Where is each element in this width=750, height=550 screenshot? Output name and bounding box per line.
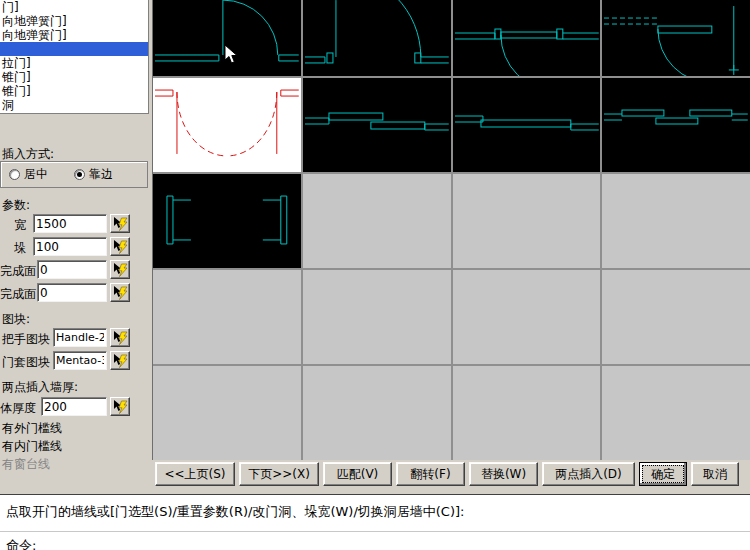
blocks-label: 图块: [2,311,30,328]
radio-icon[interactable] [9,169,20,180]
door-drawing-double-swing-selected [153,78,301,172]
door-drawing-wide-swing [303,0,451,76]
door-drawing-sliding-single-leaf [453,78,601,172]
preview-cell-r4c1-empty[interactable] [303,366,451,460]
pick-icon [112,330,128,346]
frame-block-label: 门套图块 [2,354,50,371]
door-drawing-opening [153,174,301,268]
width-label: 宽 [14,217,26,234]
pick-width-button[interactable] [110,214,130,233]
preview-cell-r2c0[interactable] [153,174,301,268]
pick-icon [112,216,128,232]
jamb-input[interactable] [33,237,107,256]
door-drawing-sliding-two-leaf [303,78,451,172]
door-type-list[interactable]: 门] 向地弹簧门] 向地弹簧门] 拉门] 锥门] 锥门] 洞 [0,0,149,114]
door-type-item[interactable]: 锥门] [0,70,148,84]
prev-page-button[interactable]: <<上页(S) [155,462,235,486]
option-outer-threshold[interactable]: 有外门槛线 [2,420,62,437]
finish-face-inner-input[interactable] [37,283,107,302]
cancel-button[interactable]: 取消 [691,462,739,486]
handle-block-input[interactable] [53,328,107,347]
command-line-area: 点取开门的墙线或[门选型(S)/重置参数(R)/改门洞、垛宽(W)/切换洞居墙中… [0,489,750,550]
door-drawing-sliding-multi-leaf [602,78,750,172]
pick-frame-block-button[interactable] [110,351,130,370]
radio-label: 靠边 [89,166,113,183]
radio-label: 居中 [24,166,48,183]
pick-icon [112,285,128,301]
door-drawing-horizontal-swing [453,0,601,76]
preview-cell-r1c2[interactable] [453,78,601,172]
door-type-item[interactable]: 洞 [0,98,148,112]
preview-cell-r3c1-empty[interactable] [303,270,451,364]
door-drawing-single-swing [153,0,301,76]
pick-handle-block-button[interactable] [110,328,130,347]
finish-face-inner-label: 完成面 [0,286,36,303]
replace-button[interactable]: 替换(W) [469,462,538,486]
pick-icon [112,399,128,415]
radio-checked-icon[interactable] [74,169,85,180]
preview-cell-r2c3-empty[interactable] [602,174,750,268]
two-point-wall-label: 两点插入墙厚: [2,379,78,396]
option-window-sill: 有窗台线 [2,456,50,473]
option-inner-threshold[interactable]: 有内门槛线 [2,438,62,455]
insert-mode-group: 居中 靠边 [0,161,148,188]
pick-icon [112,353,128,369]
next-page-button[interactable]: 下页>>(X) [239,462,319,486]
preview-cell-r0c0[interactable] [153,0,301,76]
pick-jamb-button[interactable] [110,237,130,256]
ok-button[interactable]: 确定 [639,462,687,486]
params-label: 参数: [2,197,30,214]
pick-finish-outer-button[interactable] [110,260,130,279]
door-preview-grid [152,0,750,460]
preview-cell-r0c3[interactable] [602,0,750,76]
preview-cell-r3c3-empty[interactable] [602,270,750,364]
command-window: 点取开门的墙线或[门选型(S)/重置参数(R)/改门洞、垛宽(W)/切换洞居墙中… [0,494,750,550]
frame-block-input[interactable] [53,351,107,370]
preview-cell-r1c1[interactable] [303,78,451,172]
door-type-item[interactable]: 门] [0,0,148,14]
jamb-label: 垛 [14,240,26,257]
preview-cell-r0c2[interactable] [453,0,601,76]
door-type-item[interactable]: 向地弹簧门] [0,14,148,28]
preview-cell-r4c0-empty[interactable] [153,366,301,460]
pick-wall-thickness-button[interactable] [110,397,130,416]
flip-button[interactable]: 翻转(F) [396,462,465,486]
match-button[interactable]: 匹配(V) [323,462,392,486]
pick-icon [112,239,128,255]
pick-finish-inner-button[interactable] [110,283,130,302]
preview-cell-r4c2-empty[interactable] [453,366,601,460]
preview-cell-r2c2-empty[interactable] [453,174,601,268]
door-type-item[interactable]: 向地弹簧门] [0,28,148,42]
preview-cell-r3c2-empty[interactable] [453,270,601,364]
preview-cell-r1c3[interactable] [602,78,750,172]
wall-thickness-label: 体厚度 [0,400,36,417]
handle-block-label: 把手图块 [2,331,50,348]
command-input-line[interactable]: 命令: [0,531,750,550]
door-type-item-selected[interactable] [0,42,148,56]
preview-cell-r0c1[interactable] [303,0,451,76]
preview-cell-r3c0-empty[interactable] [153,270,301,364]
door-type-item[interactable]: 锥门] [0,84,148,98]
door-drawing-pivot [602,0,750,76]
width-input[interactable] [33,214,107,233]
preview-cell-r1c0-selected[interactable] [153,78,301,172]
command-prompt: 点取开门的墙线或[门选型(S)/重置参数(R)/改门洞、垛宽(W)/切换洞居墙中… [0,495,750,521]
radio-option-center[interactable]: 居中 [9,166,48,183]
pick-icon [112,262,128,278]
two-point-insert-button[interactable]: 两点插入(D) [542,462,635,486]
door-type-item[interactable]: 拉门] [0,56,148,70]
door-dialog: 门] 向地弹簧门] 向地弹簧门] 拉门] 锥门] 锥门] 洞 插入方式: 居中 … [0,0,750,550]
radio-option-edge[interactable]: 靠边 [74,166,113,183]
finish-face-outer-input[interactable] [37,260,107,279]
wall-thickness-input[interactable] [41,397,107,416]
preview-cell-r4c3-empty[interactable] [602,366,750,460]
button-bar: <<上页(S) 下页>>(X) 匹配(V) 翻转(F) 替换(W) 两点插入(D… [152,461,748,487]
finish-face-outer-label: 完成面 [0,263,36,280]
preview-cell-r2c1-empty[interactable] [303,174,451,268]
